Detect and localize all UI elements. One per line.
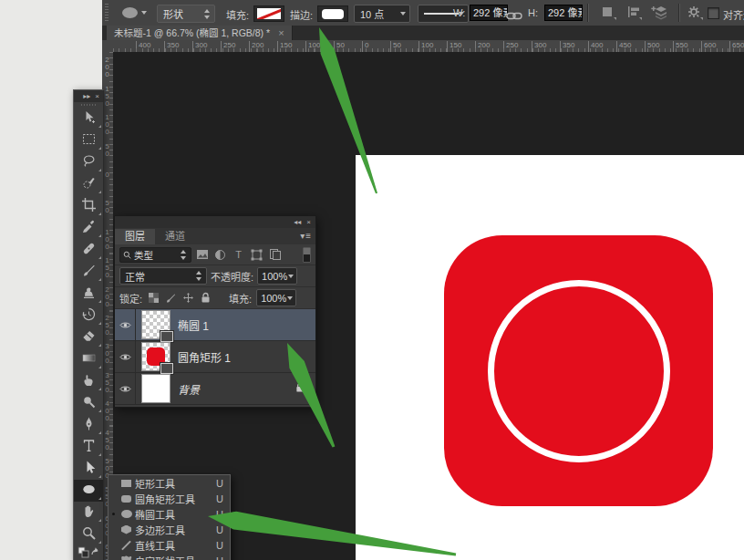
options-bar-grip[interactable] xyxy=(105,4,108,22)
close-icon[interactable]: × xyxy=(306,218,311,226)
menu-item-ellipse-tool[interactable]: 椭圆工具 U xyxy=(108,506,230,522)
gear-icon[interactable] xyxy=(686,5,706,21)
ellipse-icon xyxy=(118,510,135,518)
shape-layer-filter-icon[interactable] xyxy=(249,248,264,262)
rectangular-marquee-tool[interactable] xyxy=(74,130,103,151)
layer-thumbnail[interactable] xyxy=(141,342,170,371)
opacity-select[interactable]: 100% xyxy=(257,267,297,285)
gradient-tool[interactable] xyxy=(74,348,103,370)
menu-item-custom-shape-tool[interactable]: 自定形状工具 U xyxy=(108,553,230,560)
zoom-tool[interactable] xyxy=(74,524,103,545)
close-icon[interactable]: × xyxy=(278,26,284,40)
visibility-toggle[interactable] xyxy=(115,341,136,372)
lock-image-pixels-icon[interactable] xyxy=(164,292,177,305)
chevron-down-icon xyxy=(141,11,147,15)
horizontal-ruler[interactable]: 400 350 300 250 200 150 100 50 0 50 100 … xyxy=(113,40,744,53)
ruler-label: 200 xyxy=(249,41,264,52)
align-edges-checkbox[interactable] xyxy=(708,7,719,19)
layer-thumbnail[interactable] xyxy=(141,374,170,403)
visibility-toggle[interactable] xyxy=(115,373,136,404)
history-brush-icon xyxy=(81,306,97,326)
lasso-tool[interactable] xyxy=(74,151,103,173)
spot-healing-brush-tool[interactable] xyxy=(74,239,103,261)
move-tool[interactable] xyxy=(74,108,103,130)
document-canvas[interactable] xyxy=(356,155,744,560)
adjustment-layer-filter-icon[interactable] xyxy=(212,248,228,262)
collapse-panel-icon[interactable]: ▸▸ xyxy=(83,90,90,102)
panel-menu-icon[interactable]: ▾≡ xyxy=(300,231,312,241)
arrange-icon[interactable] xyxy=(651,5,671,21)
ruler-label: 350 xyxy=(103,371,111,393)
height-input[interactable]: 292 像素 xyxy=(544,5,583,21)
history-brush-tool[interactable] xyxy=(74,305,103,327)
stroke-width-select[interactable]: 10 点 xyxy=(354,5,410,23)
ruler-label: 350 xyxy=(560,41,574,52)
path-selection-tool[interactable] xyxy=(74,458,103,480)
eraser-tool[interactable] xyxy=(74,327,103,348)
ruler-label: 100 xyxy=(418,41,433,52)
lock-transparent-pixels-icon[interactable] xyxy=(147,292,160,305)
filter-type-select[interactable]: 类型 xyxy=(119,247,191,263)
document-tab[interactable]: 未标题-1 @ 66.7% (椭圆 1, RGB/8) * × xyxy=(107,26,293,40)
layer-row-ellipse-1[interactable]: 椭圆 1 xyxy=(115,309,315,341)
crop-tool[interactable] xyxy=(74,195,103,217)
link-dimensions-icon[interactable] xyxy=(506,8,522,25)
smudge-finger-icon xyxy=(81,372,97,391)
layer-name[interactable]: 背景 xyxy=(178,381,200,397)
tab-layers[interactable]: 图层 xyxy=(115,229,155,244)
type-tool[interactable] xyxy=(74,436,103,458)
smart-object-filter-icon[interactable] xyxy=(267,248,283,262)
ruler-label: 600 xyxy=(701,41,716,52)
ruler-label: 150 xyxy=(103,85,111,107)
brush-tool[interactable] xyxy=(74,261,103,283)
ellipse-icon xyxy=(122,7,138,18)
gradient-icon xyxy=(81,350,97,369)
tab-channels[interactable]: 通道 xyxy=(155,229,195,244)
ruler-label: 150 xyxy=(277,41,292,52)
layer-thumbnail[interactable] xyxy=(141,310,170,339)
fill-swatch[interactable] xyxy=(253,5,284,22)
menu-item-line-tool[interactable]: 直线工具 U xyxy=(108,537,230,553)
ruler-label: 50 xyxy=(103,199,111,213)
menu-item-polygon-tool[interactable]: 多边形工具 U xyxy=(108,522,230,537)
white-circle-outline-shape[interactable] xyxy=(488,280,670,462)
blend-mode-select[interactable]: 正常 xyxy=(119,267,207,285)
lock-all-icon[interactable] xyxy=(199,292,212,305)
collapse-panel-icon[interactable]: ◂◂ xyxy=(294,218,301,226)
tool-preset-dropdown[interactable] xyxy=(122,4,157,22)
layer-name[interactable]: 圆角矩形 1 xyxy=(178,349,231,365)
magnifier-icon xyxy=(81,525,97,544)
path-operations-icon[interactable] xyxy=(600,5,620,21)
fill-select[interactable]: 100% xyxy=(256,289,296,306)
ruler-label: 100 xyxy=(103,113,111,135)
menu-item-rectangle-tool[interactable]: 矩形工具 U xyxy=(108,475,230,491)
dodge-tool[interactable] xyxy=(74,392,103,414)
type-layer-filter-icon[interactable]: T xyxy=(231,248,246,262)
visibility-toggle[interactable] xyxy=(115,309,136,340)
layer-row-rounded-rectangle-1[interactable]: 圆角矩形 1 xyxy=(115,341,315,373)
clone-stamp-tool[interactable] xyxy=(74,283,103,305)
pen-tool[interactable] xyxy=(74,414,103,436)
layer-name[interactable]: 椭圆 1 xyxy=(178,317,209,333)
align-icon[interactable] xyxy=(625,5,646,21)
eyedropper-icon xyxy=(81,219,97,238)
pixel-layer-filter-icon[interactable] xyxy=(194,248,210,262)
menu-item-rounded-rectangle-tool[interactable]: 圆角矩形工具 U xyxy=(108,491,230,506)
quick-selection-tool[interactable] xyxy=(74,173,103,195)
document-tab-bar: 未标题-1 @ 66.7% (椭圆 1, RGB/8) * × xyxy=(102,26,744,40)
tool-mode-select[interactable]: 形状 xyxy=(157,5,215,23)
current-tool-dot xyxy=(108,513,118,515)
custom-shape-icon xyxy=(118,555,135,560)
smudge-tool[interactable] xyxy=(74,370,103,392)
close-icon[interactable]: × xyxy=(95,90,99,102)
ellipse-tool[interactable] xyxy=(74,480,103,502)
lock-position-icon[interactable] xyxy=(181,292,194,305)
red-rounded-rectangle-shape[interactable] xyxy=(444,235,713,506)
swap-colors-button[interactable] xyxy=(74,545,103,559)
eyedropper-tool[interactable] xyxy=(74,217,103,239)
stroke-swatch[interactable] xyxy=(317,5,348,22)
filter-on-off-toggle[interactable] xyxy=(303,247,311,263)
hand-tool[interactable] xyxy=(74,502,103,524)
width-input[interactable]: 292 像素 xyxy=(470,5,508,21)
layer-row-background[interactable]: 背景 xyxy=(115,373,315,405)
